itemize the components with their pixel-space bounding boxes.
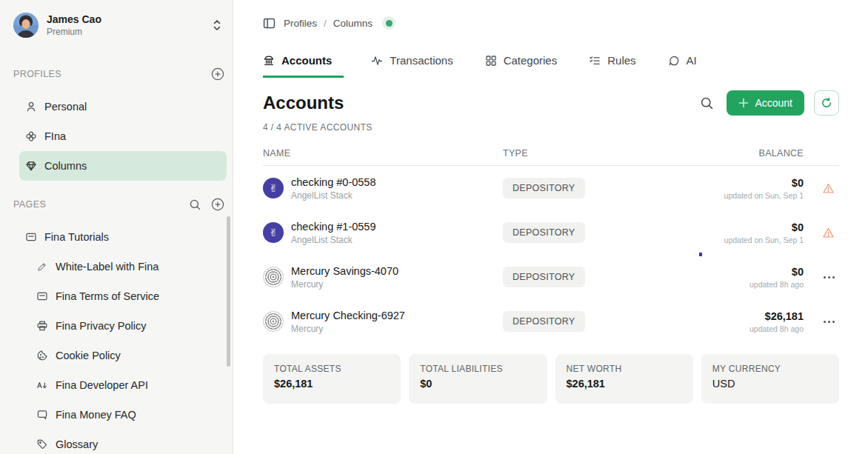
refresh-accounts-button[interactable]: [814, 90, 839, 116]
sidebar-item-label: Fina Terms of Service: [56, 290, 159, 302]
sidebar-page-privacy[interactable]: Fina Privacy Policy: [19, 311, 227, 341]
add-profile-icon[interactable]: [211, 67, 224, 81]
add-account-label: Account: [755, 97, 792, 109]
main-content: Profiles / Columns Accounts Transactions…: [233, 0, 868, 454]
account-type-badge: DEPOSITORY: [503, 267, 585, 287]
profiles-list: Personal FIna Columns: [0, 92, 233, 181]
sidebar-item-label: Glossary: [56, 438, 98, 450]
pages-header-label: PAGES: [13, 199, 46, 210]
summary-label: NET WORTH: [567, 364, 682, 374]
table-row[interactable]: Mercury Savings-4070 Mercury DEPOSITORY …: [263, 255, 839, 299]
refresh-icon: [821, 97, 832, 109]
warning-icon[interactable]: [822, 227, 835, 239]
account-balance: $26,181: [678, 310, 804, 322]
chat-bubble-icon: [668, 55, 680, 67]
avatar: [13, 13, 39, 38]
card-icon: [36, 290, 48, 302]
tab-categories[interactable]: Categories: [485, 48, 562, 78]
tab-label: AI: [687, 54, 697, 67]
account-name: checking #1-0559: [291, 221, 375, 233]
workspace-switcher-icon[interactable]: [212, 19, 222, 32]
summary-label: TOTAL LIABILITIES: [420, 364, 535, 374]
summary-value: $26,181: [567, 378, 682, 390]
text-cursor-artifact: [699, 253, 702, 256]
sidebar-item-personal[interactable]: Personal: [19, 92, 227, 121]
sidebar-item-label: FIna: [44, 130, 66, 142]
total-assets-card: TOTAL ASSETS $26,181: [263, 354, 401, 404]
sidebar-page-developer-api[interactable]: Fina Developer API: [19, 370, 227, 400]
breadcrumb-bar: Profiles / Columns: [263, 0, 839, 30]
user-menu[interactable]: James Cao Premium: [0, 0, 233, 38]
add-account-button[interactable]: Account: [727, 90, 804, 116]
sidebar-item-label: Fina Tutorials: [44, 231, 109, 243]
tab-ai[interactable]: AI: [668, 48, 701, 78]
summary-value: $0: [420, 378, 535, 390]
account-institution: AngelList Stack: [291, 235, 375, 245]
cookie-icon: [36, 350, 48, 361]
sidebar-page-cookie[interactable]: Cookie Policy: [19, 341, 227, 370]
profiles-header-label: PROFILES: [13, 69, 61, 79]
account-updated: updated on Sun, Sep 1: [678, 236, 804, 244]
activity-icon: [371, 55, 383, 67]
sidebar-page-money-faq[interactable]: Fina Money FAQ: [19, 400, 227, 430]
plus-icon: [738, 98, 749, 108]
sidebar: James Cao Premium PROFILES Personal FIna: [0, 0, 233, 454]
sidebar-page-fina-tutorials[interactable]: Fina Tutorials: [19, 222, 227, 252]
sidebar-item-columns[interactable]: Columns: [19, 151, 227, 181]
sidebar-item-label: Fina Developer API: [56, 379, 148, 391]
breadcrumb-separator: /: [324, 18, 327, 29]
sidebar-page-white-label[interactable]: White-Label with Fina: [19, 252, 227, 281]
sync-status-dot: [382, 16, 395, 30]
pages-section-header: PAGES: [0, 198, 233, 211]
summary-label: TOTAL ASSETS: [274, 364, 390, 374]
more-menu-icon[interactable]: [824, 321, 835, 323]
table-row[interactable]: Mercury Checking-6927 Mercury DEPOSITORY…: [263, 299, 839, 344]
profiles-section-header: PROFILES: [0, 67, 233, 81]
tab-label: Transactions: [390, 54, 453, 67]
mercury-logo: [263, 267, 284, 287]
breadcrumb: Profiles / Columns: [284, 18, 373, 29]
accounts-table: NAME TYPE BALANCE ✌ checking #0-0558 Ang…: [263, 148, 839, 344]
sidebar-item-label: White-Label with Fina: [56, 261, 158, 273]
tab-label: Accounts: [281, 54, 332, 67]
tab-label: Categories: [504, 54, 558, 67]
gem-icon: [25, 160, 37, 172]
pages-list: Fina Tutorials White-Label with Fina Fin…: [0, 222, 233, 454]
add-page-icon[interactable]: [211, 198, 224, 211]
breadcrumb-profiles[interactable]: Profiles: [284, 18, 317, 29]
account-name: checking #0-0558: [291, 176, 375, 188]
angellist-logo: ✌: [263, 222, 284, 243]
table-header: NAME TYPE BALANCE: [263, 148, 839, 166]
sidebar-page-glossary[interactable]: Glossary: [19, 430, 227, 454]
net-worth-card: NET WORTH $26,181: [555, 354, 693, 404]
tab-transactions[interactable]: Transactions: [371, 48, 457, 78]
tag-icon: [36, 438, 48, 450]
summary-value: USD: [712, 378, 828, 390]
my-currency-card: MY CURRENCY USD: [701, 354, 839, 404]
sidebar-toggle-icon[interactable]: [263, 17, 276, 30]
sidebar-item-label: Fina Privacy Policy: [56, 320, 146, 332]
checklist-icon: [589, 55, 601, 67]
tab-accounts[interactable]: Accounts: [263, 48, 344, 78]
search-pages-icon[interactable]: [189, 198, 201, 211]
summary-label: MY CURRENCY: [712, 364, 828, 374]
clover-icon: [25, 130, 37, 142]
tab-bar: Accounts Transactions Categories Rules A…: [263, 48, 839, 78]
search-accounts-button[interactable]: [697, 93, 717, 113]
breadcrumb-columns[interactable]: Columns: [333, 18, 373, 29]
table-row[interactable]: ✌ checking #1-0559 AngelList Stack DEPOS…: [263, 210, 839, 255]
sidebar-scrollbar[interactable]: [227, 216, 230, 367]
warning-icon[interactable]: [822, 182, 835, 195]
sidebar-page-terms[interactable]: Fina Terms of Service: [19, 281, 227, 311]
table-row[interactable]: ✌ checking #0-0558 AngelList Stack DEPOS…: [263, 166, 839, 210]
sidebar-item-label: Personal: [44, 101, 87, 113]
account-balance: $0: [678, 177, 804, 189]
summary-value: $26,181: [274, 378, 390, 390]
tab-rules[interactable]: Rules: [589, 48, 640, 78]
angellist-logo: ✌: [263, 178, 284, 198]
more-menu-icon[interactable]: [824, 276, 835, 278]
column-type: TYPE: [503, 148, 678, 158]
text-sort-icon: [36, 379, 48, 391]
sidebar-item-fina[interactable]: FIna: [19, 121, 227, 151]
account-balance: $0: [678, 266, 804, 278]
